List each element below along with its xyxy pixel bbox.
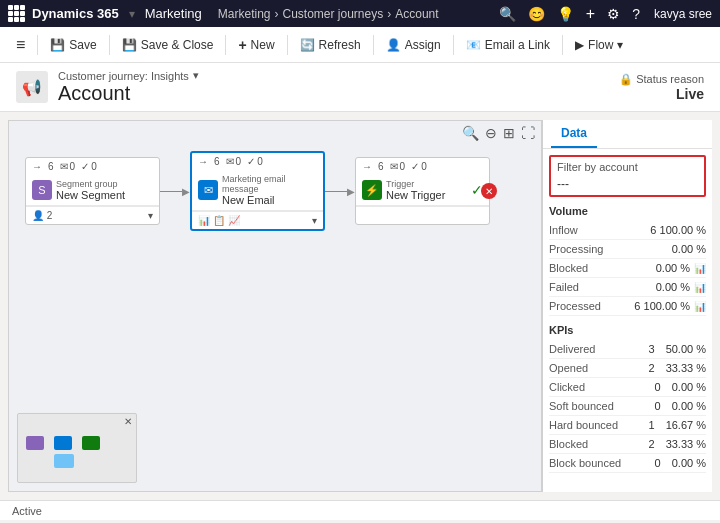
hamburger-menu[interactable]: ≡ <box>8 32 33 58</box>
journey-canvas[interactable]: 🔍 ⊖ ⊞ ⛶ → 6 ✉0 ✓0 S S <box>8 120 542 492</box>
email-title-group: Marketing email message New Email <box>222 174 317 206</box>
trigger-header: ⚡ Trigger New Trigger ✓ <box>356 175 489 206</box>
kpi-clicked: Clicked 0 0.00 % <box>549 378 706 397</box>
volume-title: Volume <box>549 205 706 217</box>
save-close-button[interactable]: 💾 Save & Close <box>114 34 222 56</box>
email-icon: ✉ <box>198 180 218 200</box>
trigger-stats: → 6 ✉0 ✓0 <box>356 158 489 175</box>
trig-stat-check: ✓0 <box>411 161 427 172</box>
zoom-out-icon[interactable]: ⊖ <box>485 125 497 141</box>
nav-module[interactable]: Marketing <box>145 6 202 21</box>
segment-person-icon: 👤 2 <box>32 210 52 221</box>
user-name[interactable]: kavya sree <box>654 7 712 21</box>
help-icon[interactable]: ? <box>632 6 640 22</box>
email-stat-count: 6 <box>214 156 220 167</box>
kpi-hard-bounced: Hard bounced 1 16.67 % <box>549 416 706 435</box>
segment-node[interactable]: → 6 ✉0 ✓0 S Segment group New Segment 👤 … <box>25 157 160 225</box>
volume-processing: Processing 0.00 % <box>549 240 706 259</box>
email-icon: 📧 <box>466 38 481 52</box>
kpi-soft-bounced: Soft bounced 0 0.00 % <box>549 397 706 416</box>
seg-stat-count: 6 <box>48 161 54 172</box>
filter-by-account-box[interactable]: Filter by account --- <box>549 155 706 197</box>
subtitle-dropdown-icon[interactable]: ▾ <box>193 69 199 82</box>
trigger-error-badge: ✕ <box>481 183 497 199</box>
refresh-button[interactable]: 🔄 Refresh <box>292 34 369 56</box>
main-content: 🔍 ⊖ ⊞ ⛶ → 6 ✉0 ✓0 S S <box>0 112 720 500</box>
kpis-title: KPIs <box>549 324 706 336</box>
seg-stat-check: ✓0 <box>81 161 97 172</box>
cmd-sep-3 <box>225 35 226 55</box>
segment-node-wrapper: → 6 ✉0 ✓0 S Segment group New Segment 👤 … <box>25 157 160 225</box>
kpi-blocked: Blocked 2 33.33 % <box>549 435 706 454</box>
settings-icon[interactable]: ⚙ <box>607 6 620 22</box>
command-bar: ≡ 💾 Save 💾 Save & Close + New 🔄 Refresh … <box>0 27 720 63</box>
search-icon[interactable]: 🔍 <box>499 6 516 22</box>
seg-stat-mail: ✉0 <box>60 161 76 172</box>
breadcrumb-marketing[interactable]: Marketing <box>218 7 271 21</box>
email-stat-check: ✓0 <box>247 156 263 167</box>
smile-icon[interactable]: 😊 <box>528 6 545 22</box>
new-button[interactable]: + New <box>230 33 282 57</box>
mini-map: ✕ <box>17 413 137 483</box>
zoom-in-icon[interactable]: 🔍 <box>462 125 479 141</box>
filter-value: --- <box>557 177 698 191</box>
cmd-sep-7 <box>562 35 563 55</box>
email-name: New Email <box>222 194 317 206</box>
seg-stat-arrow: → <box>32 161 42 172</box>
email-stat-arrow: → <box>198 156 208 167</box>
assign-icon: 👤 <box>386 38 401 52</box>
breadcrumb-account[interactable]: Account <box>395 7 438 21</box>
cmd-sep-4 <box>287 35 288 55</box>
app-name[interactable]: Dynamics 365 <box>32 6 119 21</box>
breadcrumb-customer-journeys[interactable]: Customer journeys <box>283 7 384 21</box>
new-icon: + <box>238 37 246 53</box>
email-footer-arrow: ▾ <box>312 215 317 226</box>
connector-1: ▶ <box>160 186 190 197</box>
trig-stat-mail: ✉0 <box>390 161 406 172</box>
mini-selected <box>54 454 74 468</box>
segment-footer: 👤 2 ▾ <box>26 206 159 224</box>
add-icon[interactable]: + <box>586 5 595 23</box>
processed-info-icon[interactable]: 📊 <box>694 301 706 312</box>
blocked-info-icon[interactable]: 📊 <box>694 263 706 274</box>
cmd-sep-2 <box>109 35 110 55</box>
trigger-node[interactable]: → 6 ✉0 ✓0 ⚡ Trigger New Trigger ✓ <box>355 157 490 225</box>
lightbulb-icon[interactable]: 💡 <box>557 6 574 22</box>
connector-2: ▶ <box>325 186 355 197</box>
mini-map-close[interactable]: ✕ <box>124 416 132 427</box>
mini-trigger <box>82 436 100 450</box>
email-stat-mail: ✉0 <box>226 156 242 167</box>
flow-icon: ▶ <box>575 38 584 52</box>
flow-dropdown-icon: ▾ <box>617 38 623 52</box>
failed-info-icon[interactable]: 📊 <box>694 282 706 293</box>
kpi-delivered: Delivered 3 50.00 % <box>549 340 706 359</box>
lock-icon: 🔒 <box>619 73 633 85</box>
save-button[interactable]: 💾 Save <box>42 34 104 56</box>
trigger-type: Trigger <box>386 179 467 189</box>
expand-icon[interactable]: ⛶ <box>521 125 535 141</box>
header-subtitle: Customer journey: Insights ▾ <box>58 69 199 82</box>
flow-button[interactable]: ▶ Flow ▾ <box>567 34 631 56</box>
app-grid-icon[interactable] <box>8 5 26 23</box>
segment-type: Segment group <box>56 179 153 189</box>
segment-header: S Segment group New Segment <box>26 175 159 206</box>
email-footer: 📊 📋 📈 ▾ <box>192 211 323 229</box>
page-title: Account <box>58 82 199 105</box>
filter-label: Filter by account <box>557 161 698 173</box>
refresh-icon: 🔄 <box>300 38 315 52</box>
trigger-icon: ⚡ <box>362 180 382 200</box>
cmd-sep-1 <box>37 35 38 55</box>
panel-body[interactable]: Filter by account --- Volume Inflow 6 10… <box>543 149 712 492</box>
tab-data[interactable]: Data <box>551 120 597 148</box>
email-link-button[interactable]: 📧 Email a Link <box>458 34 558 56</box>
status-active: Active <box>12 505 42 517</box>
trig-stat-arrow: → <box>362 161 372 172</box>
mini-segment <box>26 436 44 450</box>
status-label: 🔒 Status reason <box>619 73 704 86</box>
fit-icon[interactable]: ⊞ <box>503 125 515 141</box>
email-node[interactable]: → 6 ✉0 ✓0 ✉ Marketing email message New … <box>190 151 325 231</box>
segment-stats: → 6 ✉0 ✓0 <box>26 158 159 175</box>
assign-button[interactable]: 👤 Assign <box>378 34 449 56</box>
kpi-block-bounced: Block bounced 0 0.00 % <box>549 454 706 473</box>
volume-failed: Failed 0.00 % 📊 <box>549 278 706 297</box>
